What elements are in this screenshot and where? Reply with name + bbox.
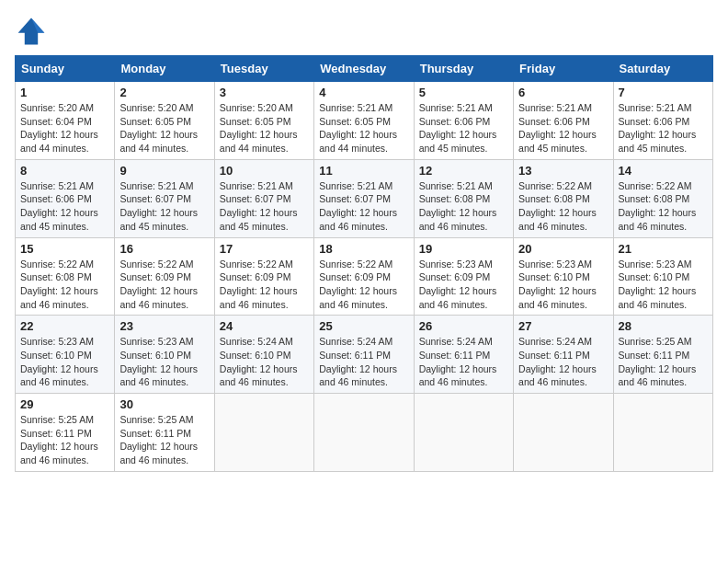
- calendar-day-cell: 24 Sunrise: 5:24 AMSunset: 6:10 PMDaylig…: [214, 316, 313, 394]
- day-number: 19: [419, 242, 508, 256]
- calendar-day-cell: 8 Sunrise: 5:21 AMSunset: 6:06 PMDayligh…: [16, 159, 115, 237]
- weekday-header-thursday: Thursday: [414, 56, 513, 82]
- day-info: Sunrise: 5:21 AMSunset: 6:07 PMDaylight:…: [319, 180, 397, 232]
- day-info: Sunrise: 5:21 AMSunset: 6:06 PMDaylight:…: [619, 102, 697, 154]
- day-info: Sunrise: 5:21 AMSunset: 6:07 PMDaylight:…: [119, 180, 198, 232]
- calendar-day-cell: 27 Sunrise: 5:24 AMSunset: 6:11 PMDaylig…: [514, 316, 613, 394]
- day-number: 16: [119, 242, 209, 256]
- calendar-day-cell: 18 Sunrise: 5:22 AMSunset: 6:09 PMDaylig…: [314, 237, 414, 316]
- calendar-day-cell: 17 Sunrise: 5:22 AMSunset: 6:09 PMDaylig…: [214, 237, 313, 316]
- calendar-day-cell: 26 Sunrise: 5:24 AMSunset: 6:11 PMDaylig…: [414, 316, 513, 394]
- calendar-day-cell: 19 Sunrise: 5:23 AMSunset: 6:09 PMDaylig…: [414, 237, 513, 316]
- day-number: 13: [518, 164, 608, 178]
- day-number: 22: [20, 319, 109, 333]
- day-number: 18: [319, 242, 408, 256]
- calendar-day-cell: 5 Sunrise: 5:21 AMSunset: 6:06 PMDayligh…: [414, 82, 513, 160]
- calendar-day-cell: 28 Sunrise: 5:25 AMSunset: 6:11 PMDaylig…: [613, 316, 712, 394]
- day-info: Sunrise: 5:24 AMSunset: 6:11 PMDaylight:…: [518, 336, 597, 387]
- day-info: Sunrise: 5:25 AMSunset: 6:11 PMDaylight:…: [619, 336, 697, 387]
- calendar-day-cell: 9 Sunrise: 5:21 AMSunset: 6:07 PMDayligh…: [115, 159, 214, 237]
- day-info: Sunrise: 5:20 AMSunset: 6:04 PMDaylight:…: [20, 102, 98, 154]
- day-info: Sunrise: 5:21 AMSunset: 6:06 PMDaylight:…: [419, 102, 497, 154]
- day-number: 27: [518, 319, 608, 333]
- day-info: Sunrise: 5:21 AMSunset: 6:06 PMDaylight:…: [20, 180, 98, 232]
- calendar-day-cell: [414, 394, 513, 472]
- day-number: 11: [319, 164, 408, 178]
- calendar-week-row: 8 Sunrise: 5:21 AMSunset: 6:06 PMDayligh…: [16, 159, 713, 237]
- weekday-header-tuesday: Tuesday: [214, 56, 313, 82]
- day-number: 7: [619, 86, 708, 99]
- day-info: Sunrise: 5:24 AMSunset: 6:10 PMDaylight:…: [220, 336, 298, 387]
- day-info: Sunrise: 5:21 AMSunset: 6:06 PMDaylight:…: [518, 102, 597, 154]
- calendar-body: 1 Sunrise: 5:20 AMSunset: 6:04 PMDayligh…: [16, 82, 713, 472]
- logo-icon: [15, 15, 48, 48]
- weekday-header-wednesday: Wednesday: [314, 56, 414, 82]
- day-number: 8: [20, 164, 109, 178]
- day-info: Sunrise: 5:24 AMSunset: 6:11 PMDaylight:…: [419, 336, 497, 387]
- day-info: Sunrise: 5:23 AMSunset: 6:10 PMDaylight:…: [119, 336, 198, 387]
- day-info: Sunrise: 5:21 AMSunset: 6:05 PMDaylight:…: [319, 102, 397, 154]
- weekday-header-friday: Friday: [514, 56, 613, 82]
- calendar-day-cell: 22 Sunrise: 5:23 AMSunset: 6:10 PMDaylig…: [16, 316, 115, 394]
- day-number: 9: [119, 164, 209, 178]
- day-info: Sunrise: 5:22 AMSunset: 6:08 PMDaylight:…: [518, 180, 597, 232]
- day-info: Sunrise: 5:25 AMSunset: 6:11 PMDaylight:…: [119, 414, 198, 465]
- day-number: 15: [20, 242, 109, 256]
- day-number: 1: [20, 86, 109, 99]
- day-info: Sunrise: 5:23 AMSunset: 6:10 PMDaylight:…: [20, 336, 98, 387]
- calendar-week-row: 22 Sunrise: 5:23 AMSunset: 6:10 PMDaylig…: [16, 316, 713, 394]
- day-number: 3: [220, 86, 309, 99]
- page-header: [15, 15, 713, 48]
- calendar-day-cell: 21 Sunrise: 5:23 AMSunset: 6:10 PMDaylig…: [613, 237, 712, 316]
- day-info: Sunrise: 5:22 AMSunset: 6:09 PMDaylight:…: [319, 259, 397, 310]
- calendar-day-cell: 7 Sunrise: 5:21 AMSunset: 6:06 PMDayligh…: [613, 82, 712, 160]
- day-number: 30: [119, 397, 209, 411]
- day-info: Sunrise: 5:23 AMSunset: 6:10 PMDaylight:…: [619, 259, 697, 310]
- day-info: Sunrise: 5:21 AMSunset: 6:07 PMDaylight:…: [220, 180, 298, 232]
- day-number: 23: [119, 319, 209, 333]
- day-number: 10: [220, 164, 309, 178]
- day-number: 20: [518, 242, 608, 256]
- weekday-header-sunday: Sunday: [16, 56, 115, 82]
- calendar-day-cell: 10 Sunrise: 5:21 AMSunset: 6:07 PMDaylig…: [214, 159, 313, 237]
- day-info: Sunrise: 5:23 AMSunset: 6:10 PMDaylight:…: [518, 259, 597, 310]
- calendar-week-row: 15 Sunrise: 5:22 AMSunset: 6:08 PMDaylig…: [16, 237, 713, 316]
- day-number: 24: [220, 319, 309, 333]
- calendar-day-cell: 29 Sunrise: 5:25 AMSunset: 6:11 PMDaylig…: [16, 394, 115, 472]
- day-info: Sunrise: 5:22 AMSunset: 6:08 PMDaylight:…: [20, 259, 98, 310]
- day-number: 6: [518, 86, 608, 99]
- calendar-day-cell: 3 Sunrise: 5:20 AMSunset: 6:05 PMDayligh…: [214, 82, 313, 160]
- calendar-day-cell: 13 Sunrise: 5:22 AMSunset: 6:08 PMDaylig…: [514, 159, 613, 237]
- day-number: 29: [20, 397, 109, 411]
- calendar-day-cell: [214, 394, 313, 472]
- day-info: Sunrise: 5:21 AMSunset: 6:08 PMDaylight:…: [419, 180, 497, 232]
- day-number: 14: [619, 164, 708, 178]
- day-number: 12: [419, 164, 508, 178]
- calendar-day-cell: 6 Sunrise: 5:21 AMSunset: 6:06 PMDayligh…: [514, 82, 613, 160]
- calendar-day-cell: 25 Sunrise: 5:24 AMSunset: 6:11 PMDaylig…: [314, 316, 414, 394]
- day-number: 25: [319, 319, 408, 333]
- day-info: Sunrise: 5:22 AMSunset: 6:09 PMDaylight:…: [119, 259, 198, 310]
- calendar-day-cell: 4 Sunrise: 5:21 AMSunset: 6:05 PMDayligh…: [314, 82, 414, 160]
- day-number: 4: [319, 86, 408, 99]
- day-info: Sunrise: 5:22 AMSunset: 6:09 PMDaylight:…: [220, 259, 298, 310]
- calendar-day-cell: 15 Sunrise: 5:22 AMSunset: 6:08 PMDaylig…: [16, 237, 115, 316]
- day-info: Sunrise: 5:20 AMSunset: 6:05 PMDaylight:…: [119, 102, 198, 154]
- calendar-day-cell: 23 Sunrise: 5:23 AMSunset: 6:10 PMDaylig…: [115, 316, 214, 394]
- calendar-day-cell: 2 Sunrise: 5:20 AMSunset: 6:05 PMDayligh…: [115, 82, 214, 160]
- calendar-day-cell: 30 Sunrise: 5:25 AMSunset: 6:11 PMDaylig…: [115, 394, 214, 472]
- calendar-day-cell: 14 Sunrise: 5:22 AMSunset: 6:08 PMDaylig…: [613, 159, 712, 237]
- weekday-header-row: SundayMondayTuesdayWednesdayThursdayFrid…: [16, 56, 713, 82]
- calendar-week-row: 1 Sunrise: 5:20 AMSunset: 6:04 PMDayligh…: [16, 82, 713, 160]
- day-info: Sunrise: 5:22 AMSunset: 6:08 PMDaylight:…: [619, 180, 697, 232]
- calendar-day-cell: 16 Sunrise: 5:22 AMSunset: 6:09 PMDaylig…: [115, 237, 214, 316]
- calendar-day-cell: 11 Sunrise: 5:21 AMSunset: 6:07 PMDaylig…: [314, 159, 414, 237]
- calendar-day-cell: [314, 394, 414, 472]
- day-number: 17: [220, 242, 309, 256]
- weekday-header-saturday: Saturday: [613, 56, 712, 82]
- calendar-day-cell: 1 Sunrise: 5:20 AMSunset: 6:04 PMDayligh…: [16, 82, 115, 160]
- calendar-table: SundayMondayTuesdayWednesdayThursdayFrid…: [15, 55, 713, 472]
- day-info: Sunrise: 5:25 AMSunset: 6:11 PMDaylight:…: [20, 414, 98, 465]
- day-number: 26: [419, 319, 508, 333]
- calendar-day-cell: 20 Sunrise: 5:23 AMSunset: 6:10 PMDaylig…: [514, 237, 613, 316]
